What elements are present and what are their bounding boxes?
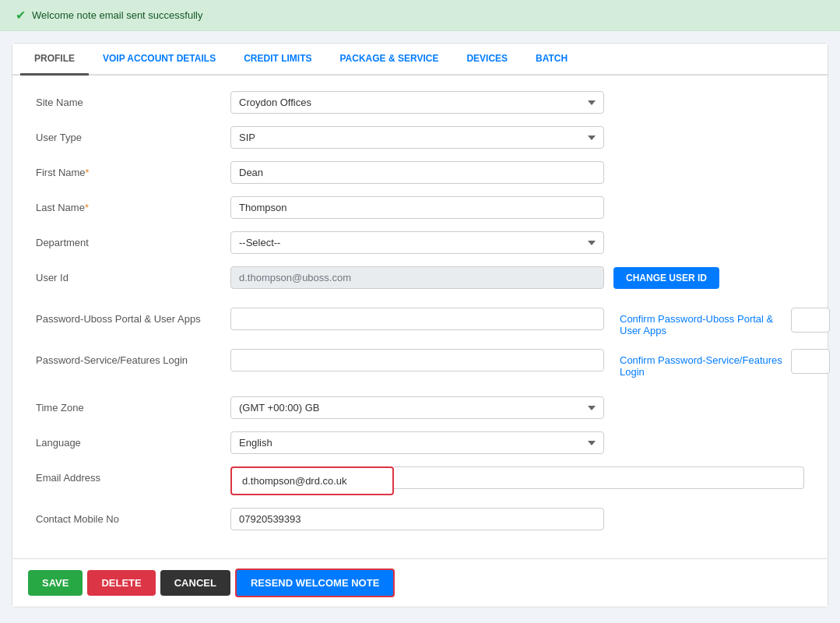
first-name-row: First Name* (36, 161, 804, 184)
language-row: Language English French German Spanish (36, 431, 804, 454)
main-container: PROFILE VOIP ACCOUNT DETAILS CREDIT LIMI… (12, 43, 828, 607)
confirm-service-label: Confirm Password-Service/Features Login (620, 349, 791, 378)
confirm-portal-input[interactable] (791, 308, 830, 333)
password-service-row: Password-Service/Features Login Confirm … (36, 349, 804, 378)
language-label: Language (36, 431, 230, 449)
cancel-button[interactable]: CANCEL (160, 570, 230, 596)
tab-voip[interactable]: VOIP ACCOUNT DETAILS (89, 44, 230, 76)
password-portal-input[interactable] (230, 308, 604, 330)
email-highlight-wrapper (230, 466, 394, 495)
last-name-row: Last Name* (36, 196, 804, 219)
language-select[interactable]: English French German Spanish (230, 431, 604, 454)
footer-actions: SAVE DELETE CANCEL RESEND WELCOME NOTE (12, 558, 828, 607)
password-portal-row: Password-Uboss Portal & User Apps Confir… (36, 308, 804, 336)
user-type-label: User Type (36, 126, 230, 143)
password-service-label: Password-Service/Features Login (36, 349, 230, 366)
change-user-id-button[interactable]: CHANGE USER ID (613, 267, 719, 289)
success-banner: ✔ Welcome note email sent successfully (0, 0, 840, 31)
site-name-select[interactable]: Croydon Offices London Office Manchester… (230, 91, 604, 114)
resend-welcome-note-button[interactable]: RESEND WELCOME NOTE (235, 568, 395, 597)
tabs-bar: PROFILE VOIP ACCOUNT DETAILS CREDIT LIMI… (12, 44, 828, 76)
contact-mobile-row: Contact Mobile No (36, 508, 804, 530)
confirm-service-wrap: Confirm Password-Service/Features Login (620, 349, 830, 378)
user-type-select[interactable]: SIP Hunt Group Auto Attendant (230, 126, 604, 149)
tab-batch[interactable]: BATCH (522, 44, 582, 76)
timezone-select[interactable]: (GMT +00:00) GB (GMT +01:00) BST (GMT -0… (230, 396, 604, 419)
tab-devices[interactable]: DEVICES (452, 44, 522, 76)
timezone-label: Time Zone (36, 396, 230, 414)
user-id-row: User Id CHANGE USER ID (36, 266, 804, 289)
user-id-input-wrap: CHANGE USER ID (230, 266, 719, 289)
contact-mobile-label: Contact Mobile No (36, 508, 230, 525)
tab-credit-limits[interactable]: CREDIT LIMITS (230, 44, 325, 76)
form-area: Site Name Croydon Offices London Office … (12, 76, 828, 558)
password-service-input[interactable] (230, 349, 604, 371)
department-row: Department --Select-- IT Sales Finance (36, 231, 804, 254)
department-label: Department (36, 231, 230, 248)
banner-message: Welcome note email sent successfully (32, 9, 202, 21)
tab-package[interactable]: PACKAGE & SERVICE (325, 44, 452, 76)
first-name-label: First Name* (36, 161, 230, 178)
user-type-row: User Type SIP Hunt Group Auto Attendant (36, 126, 804, 149)
site-name-row: Site Name Croydon Offices London Office … (36, 91, 804, 114)
email-label: Email Address (36, 466, 230, 484)
check-icon: ✔ (16, 8, 26, 23)
save-button[interactable]: SAVE (28, 570, 83, 596)
last-name-input[interactable] (230, 196, 604, 219)
user-id-label: User Id (36, 266, 230, 283)
last-name-label: Last Name* (36, 196, 230, 213)
password-portal-label: Password-Uboss Portal & User Apps (36, 308, 230, 325)
contact-mobile-input[interactable] (230, 508, 604, 530)
email-row: Email Address (36, 466, 804, 495)
user-id-input (230, 266, 604, 289)
tab-profile[interactable]: PROFILE (20, 44, 89, 76)
email-input-extend[interactable] (394, 466, 804, 489)
delete-button[interactable]: DELETE (87, 570, 155, 596)
confirm-portal-wrap: Confirm Password-Uboss Portal & User App… (620, 308, 830, 336)
timezone-row: Time Zone (GMT +00:00) GB (GMT +01:00) B… (36, 396, 804, 419)
site-name-label: Site Name (36, 91, 230, 108)
department-select[interactable]: --Select-- IT Sales Finance (230, 231, 604, 254)
first-name-input[interactable] (230, 161, 604, 184)
confirm-service-input[interactable] (791, 349, 830, 374)
confirm-portal-label: Confirm Password-Uboss Portal & User App… (620, 308, 791, 336)
